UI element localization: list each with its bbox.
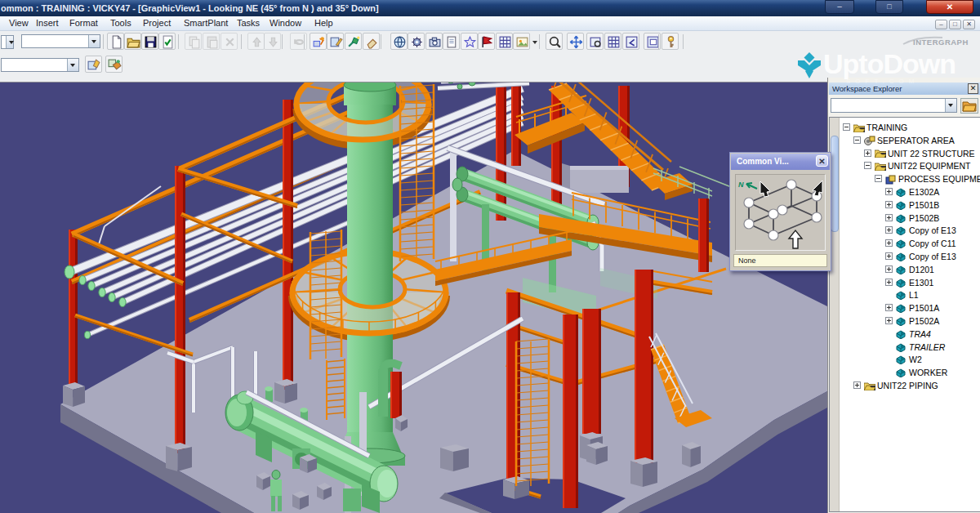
svg-text:UptoDown: UptoDown — [823, 48, 956, 79]
svg-text:N: N — [738, 181, 744, 189]
svg-text:SOFT.COM: SOFT.COM — [846, 78, 919, 85]
